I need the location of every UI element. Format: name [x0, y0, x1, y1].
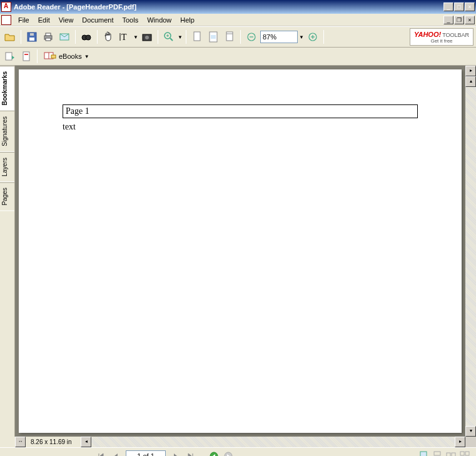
fit-width-button[interactable] — [222, 29, 237, 44]
email-button[interactable] — [57, 29, 72, 44]
pages-tab[interactable]: Pages — [0, 182, 14, 211]
review-button[interactable] — [3, 49, 18, 64]
svg-rect-27 — [6, 53, 12, 60]
binoculars-icon — [81, 32, 91, 42]
child-restore-button[interactable]: ❐ — [454, 16, 464, 24]
first-page-icon — [98, 452, 105, 457]
snapshot-tool-button[interactable] — [139, 29, 154, 44]
folder-open-icon — [4, 33, 16, 41]
floppy-disk-icon — [27, 32, 37, 42]
continuous-icon — [433, 451, 442, 457]
select-tool-button[interactable]: T — [117, 29, 132, 44]
child-close-button[interactable]: × — [465, 16, 475, 24]
layers-tab[interactable]: Layers — [0, 152, 14, 182]
ebooks-button[interactable]: eBooks ▼ — [41, 49, 93, 63]
vertical-scrollbar[interactable]: ▸ ▴ ▾ — [465, 66, 476, 437]
page-nav-group — [95, 450, 235, 457]
page-viewport[interactable]: Page 1 text — [15, 66, 465, 437]
last-page-icon — [186, 452, 194, 457]
hand-tool-button[interactable] — [101, 29, 116, 44]
document-review-icon — [4, 52, 16, 61]
main-toolbar: T ▼ ▼ ▼ YAHOO! TOOLBAR Get it free — [0, 26, 476, 48]
facing-icon — [446, 452, 456, 457]
envelope-icon — [59, 33, 69, 41]
next-page-button[interactable] — [170, 450, 182, 457]
svg-rect-17 — [194, 32, 200, 41]
zoom-input[interactable] — [260, 31, 298, 43]
scroll-right-collapse-icon[interactable]: ▸ — [465, 66, 476, 76]
menu-tools[interactable]: Tools — [118, 15, 143, 25]
scroll-h-track[interactable] — [91, 437, 455, 447]
svg-rect-29 — [24, 54, 28, 55]
maximize-button[interactable]: □ — [454, 3, 464, 11]
svg-rect-20 — [226, 32, 233, 41]
actual-size-button[interactable] — [190, 29, 205, 44]
scroll-right-button[interactable]: ▸ — [455, 437, 465, 447]
ebook-icon — [44, 51, 56, 61]
page-actual-icon — [192, 31, 202, 43]
svg-rect-1 — [29, 38, 34, 41]
zoom-value-dropdown[interactable]: ▼ — [299, 34, 304, 40]
resize-handle[interactable]: ↔ — [15, 437, 26, 447]
menu-window[interactable]: Window — [143, 15, 176, 25]
svg-rect-39 — [452, 453, 455, 457]
bookmarks-tab[interactable]: Bookmarks — [0, 66, 14, 111]
single-page-view-button[interactable] — [417, 450, 430, 457]
forward-circle-icon — [224, 452, 233, 457]
first-page-button[interactable] — [95, 450, 108, 457]
menu-document[interactable]: Document — [78, 15, 118, 25]
print-button[interactable] — [41, 29, 56, 44]
scroll-up-button[interactable]: ▴ — [465, 76, 476, 87]
close-button[interactable]: × — [465, 3, 475, 11]
zoom-dropdown[interactable]: ▼ — [178, 34, 183, 40]
svg-rect-32 — [51, 55, 56, 58]
svg-rect-36 — [434, 452, 440, 455]
signatures-tab[interactable]: Signatures — [0, 111, 14, 152]
secure-button[interactable] — [19, 49, 34, 64]
open-button[interactable] — [3, 29, 18, 44]
menu-view[interactable]: View — [54, 15, 78, 25]
select-dropdown[interactable]: ▼ — [133, 34, 138, 40]
svg-rect-4 — [46, 33, 51, 36]
svg-rect-19 — [211, 35, 216, 39]
camera-icon — [142, 33, 152, 41]
menu-file[interactable]: File — [14, 15, 34, 25]
navigation-pane: Bookmarks Signatures Layers Pages — [0, 66, 15, 437]
svg-rect-41 — [465, 452, 469, 455]
continuous-facing-icon — [460, 451, 470, 457]
doc-icon — [1, 15, 11, 25]
page-small-icon — [21, 51, 31, 61]
zoom-in-button[interactable] — [161, 29, 176, 44]
scroll-down-button[interactable]: ▾ — [465, 426, 476, 437]
scroll-left-button[interactable]: ◂ — [81, 437, 91, 447]
page-number-input[interactable] — [126, 450, 166, 457]
svg-rect-38 — [447, 453, 450, 457]
scroll-v-track[interactable] — [465, 87, 476, 426]
prev-page-button[interactable] — [109, 450, 122, 457]
continuous-view-button[interactable] — [431, 450, 443, 457]
app-icon — [1, 2, 11, 12]
ebooks-label: eBooks — [59, 53, 82, 60]
child-minimize-button[interactable]: _ — [443, 16, 453, 24]
yahoo-toolbar-button[interactable]: YAHOO! TOOLBAR Get it free — [410, 28, 473, 46]
minimize-button[interactable]: _ — [443, 3, 453, 11]
svg-rect-2 — [30, 33, 34, 36]
zoom-out-button[interactable] — [244, 29, 259, 44]
save-button[interactable] — [24, 29, 39, 44]
page-width-icon — [225, 31, 235, 43]
zoom-plus-button[interactable] — [305, 29, 320, 44]
page-body-text: text — [63, 122, 418, 132]
next-page-icon — [173, 452, 179, 457]
menu-help[interactable]: Help — [176, 15, 199, 25]
svg-rect-5 — [46, 38, 51, 41]
menu-edit[interactable]: Edit — [34, 15, 54, 25]
continuous-facing-view-button[interactable] — [458, 450, 471, 457]
facing-view-button[interactable] — [445, 450, 457, 457]
previous-view-button[interactable] — [208, 450, 220, 457]
fit-page-button[interactable] — [206, 29, 221, 44]
yahoo-label: TOOLBAR — [442, 32, 469, 38]
next-view-button[interactable] — [222, 450, 235, 457]
view-mode-group — [417, 450, 471, 457]
last-page-button[interactable] — [184, 450, 196, 457]
search-button[interactable] — [79, 29, 94, 44]
